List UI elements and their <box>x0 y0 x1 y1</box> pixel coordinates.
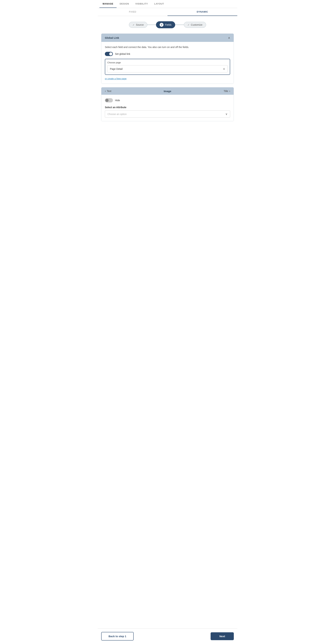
step-customize[interactable]: ✓ Customize <box>184 22 206 28</box>
step-source[interactable]: ✓ Source <box>129 22 147 28</box>
step-customize-label: Customize <box>191 24 202 26</box>
step-connector-1 <box>147 24 156 25</box>
page-dropdown[interactable]: Page Detail ∨ <box>107 65 228 72</box>
check-icon: ✓ <box>132 24 134 26</box>
dropdown-arrow-icon: ∨ <box>223 67 225 70</box>
attribute-placeholder: Choose an option <box>108 113 127 116</box>
tab-manage[interactable]: MANAGE <box>100 0 116 8</box>
hide-thumb <box>106 99 108 102</box>
step-fields[interactable]: 2 Fields <box>156 21 175 28</box>
collapse-icon[interactable]: ∧ <box>228 36 230 40</box>
tab-fixed[interactable]: FIXED <box>98 8 168 16</box>
field-body: Hide Select an Attribute Choose an optio… <box>101 95 234 121</box>
attribute-label: Select an Attribute <box>105 106 230 109</box>
global-link-body: Select each field and connect the data. … <box>101 42 234 84</box>
field-nav-prev-label: Text <box>107 90 111 92</box>
attribute-dropdown[interactable]: Choose an option ∨ <box>105 110 230 118</box>
step-source-label: Source <box>136 24 144 26</box>
create-new-page-link[interactable]: or create a New page <box>105 77 126 80</box>
global-link-toggle-label: Set global link <box>115 52 130 55</box>
field-nav-header: ‹ Text Image Title › <box>101 88 234 95</box>
field-nav-card: ‹ Text Image Title › Hide Select an Attr… <box>101 87 234 121</box>
tab-design[interactable]: DESIGN <box>116 0 132 8</box>
hide-track <box>105 98 113 102</box>
check-icon-2: ✓ <box>188 24 190 26</box>
global-link-card: Global Link ∧ Select each field and conn… <box>101 34 234 84</box>
field-nav-prev[interactable]: ‹ Text <box>105 90 111 93</box>
global-link-toggle[interactable] <box>105 52 113 56</box>
hide-toggle-row: Hide <box>105 98 230 102</box>
tab-visibility[interactable]: VISIBILITY <box>132 0 151 8</box>
field-nav-next[interactable]: Title › <box>224 90 230 93</box>
secondary-nav: FIXED DYNAMIC <box>98 8 237 16</box>
global-link-header: Global Link ∧ <box>101 34 234 42</box>
choose-page-label: Choose page <box>107 61 228 64</box>
tab-dynamic[interactable]: DYNAMIC <box>168 8 237 16</box>
steps-container: ✓ Source 2 Fields ✓ Customize <box>98 16 237 32</box>
global-link-description: Select each field and connect the data. … <box>105 45 230 49</box>
toggle-track <box>105 52 113 56</box>
global-link-toggle-row: Set global link <box>105 52 230 56</box>
page-dropdown-value: Page Detail <box>110 68 122 70</box>
hide-label: Hide <box>115 99 120 102</box>
main-content: Global Link ∧ Select each field and conn… <box>98 32 237 126</box>
attribute-dropdown-arrow-icon: ∨ <box>226 112 228 116</box>
field-nav-left-icon: ‹ <box>105 90 106 93</box>
step-number: 2 <box>160 23 164 27</box>
toggle-thumb <box>109 52 112 56</box>
field-nav-next-label: Title <box>224 90 228 92</box>
choose-page-box: Choose page Page Detail ∨ <box>105 59 230 75</box>
hide-toggle[interactable] <box>105 98 113 102</box>
global-link-title: Global Link <box>105 36 119 39</box>
step-fields-label: Fields <box>165 24 171 26</box>
field-nav-current-label: Image <box>164 90 171 93</box>
field-nav-right-icon: › <box>229 90 230 93</box>
top-nav: MANAGE DESIGN VISIBILITY LAYOUT <box>98 0 237 8</box>
step-connector-2 <box>175 24 184 25</box>
tab-layout[interactable]: LAYOUT <box>151 0 167 8</box>
